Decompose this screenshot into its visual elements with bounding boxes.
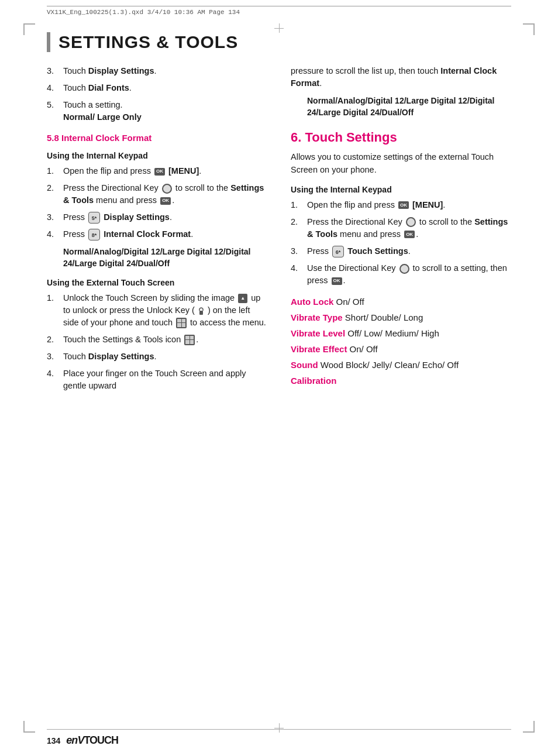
list-item: 1. Open the flip and press OK [MENU].: [291, 199, 511, 211]
sub-heading-external: Using the External Touch Screen: [47, 278, 267, 287]
list-item: 1. Open the flip and press OK [MENU].: [47, 165, 267, 177]
list-item: 5. Touch a setting.Normal/ Large Only: [47, 99, 267, 123]
list-item: Sound Wood Block/ Jelly/ Clean/ Echo/ Of…: [291, 357, 511, 373]
list-item: 3. Press 6* Touch Settings.: [291, 245, 511, 257]
section-6: 6. Touch Settings Allows you to customiz…: [291, 130, 511, 389]
dir-key-icon: [406, 217, 416, 227]
list-item: Calibration: [291, 373, 511, 389]
note-block: Normal/Analog/Digital 12/Large Digital 1…: [63, 246, 267, 269]
corner-mark-tr: [523, 23, 535, 35]
page-footer: 134 enVTOUCH: [47, 729, 511, 747]
page-content: SETTINGS & TOOLS 3. Touch Display Settin…: [47, 32, 511, 721]
list-item: 2. Press the Directional Key to scroll t…: [47, 182, 267, 207]
list-item: 3. Press 5* Display Settings.: [47, 211, 267, 224]
brand-logo: enVTOUCH: [66, 734, 118, 747]
list-item: 3. Touch Display Settings.: [47, 65, 267, 77]
ok-icon: OK: [404, 231, 415, 238]
num8-icon: 8*: [88, 229, 100, 240]
ok-icon: OK: [154, 168, 165, 176]
section-58-heading: 5.8 Internal Clock Format: [47, 133, 267, 143]
right-column: pressure to scroll the list up, then tou…: [291, 65, 511, 397]
corner-mark-bl: [23, 721, 35, 733]
list-item: 4. Use the Directional Key to scroll to …: [291, 262, 511, 287]
corner-mark-tl: [23, 23, 35, 35]
section-6-heading: 6. Touch Settings: [291, 130, 511, 145]
sub-heading-keypad: Using the Internal Keypad: [47, 151, 267, 160]
corner-mark-br: [523, 721, 535, 733]
num6-icon: 6*: [332, 246, 344, 257]
ok-icon: OK: [160, 197, 171, 205]
dir-key-icon: [399, 264, 409, 274]
list-item: 2. Touch the Settings & Tools icon .: [47, 334, 267, 346]
list-item: Vibrate Level Off/ Low/ Medium/ High: [291, 325, 511, 341]
lock-icon: [238, 294, 247, 303]
ok-icon: OK: [398, 201, 409, 209]
settings-grid-icon: [176, 318, 187, 328]
list-item: Auto Lock On/ Off: [291, 294, 511, 310]
dir-key-icon: [162, 184, 172, 194]
page-header: VX11K_Eng_100225(1.3).qxd 3/4/10 10:36 A…: [47, 6, 511, 16]
num5-icon: 5*: [88, 212, 100, 224]
list-item: 2. Press the Directional Key to scroll t…: [291, 216, 511, 240]
settings-tool-icon: [184, 335, 195, 345]
sub-heading-keypad-right: Using the Internal Keypad: [291, 185, 511, 194]
svg-rect-0: [199, 311, 203, 315]
center-mark-top: [274, 23, 284, 33]
note-block-right: Normal/Analog/Digital 12/Large Digital 1…: [307, 95, 511, 118]
list-item: 3. Touch Display Settings.: [47, 350, 267, 363]
list-item: 1. Unlock the Touch Screen by sliding th…: [47, 292, 267, 329]
page-number: 134: [47, 736, 60, 745]
left-column: 3. Touch Display Settings. 4. Touch Dial…: [47, 65, 267, 397]
list-item: Vibrate Type Short/ Double/ Long: [291, 310, 511, 325]
key-icon: [197, 306, 205, 315]
list-item: Vibrate Effect On/ Off: [291, 341, 511, 357]
ok-icon: OK: [332, 277, 342, 285]
settings-list: Auto Lock On/ Off Vibrate Type Short/ Do…: [291, 294, 511, 389]
page-title: SETTINGS & TOOLS: [47, 32, 511, 52]
section-6-intro: Allows you to customize settings of the …: [291, 151, 511, 177]
list-item: 4. Press 8* Internal Clock Format.: [47, 228, 267, 240]
two-column-layout: 3. Touch Display Settings. 4. Touch Dial…: [47, 65, 511, 397]
scroll-note: pressure to scroll the list up, then tou…: [291, 65, 511, 90]
list-item: 4. Place your finger on the Touch Screen…: [47, 367, 267, 392]
list-item: 4. Touch Dial Fonts.: [47, 82, 267, 94]
